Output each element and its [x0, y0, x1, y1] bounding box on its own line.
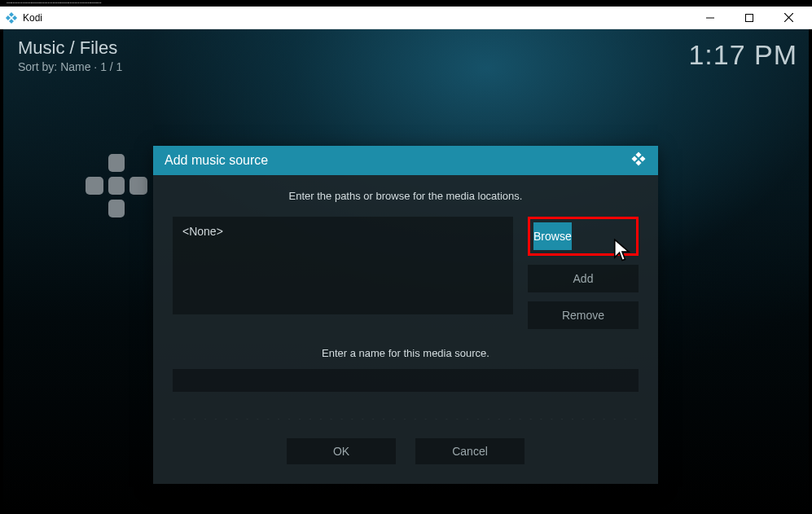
path-item[interactable]: <None>	[182, 225, 503, 238]
svg-rect-13	[635, 152, 641, 158]
svg-rect-8	[108, 154, 125, 172]
window-title: Kodi	[23, 12, 698, 24]
dialog-title: Add music source	[165, 153, 268, 168]
breadcrumb: Music / Files Sort by: Name · 1 / 1	[18, 37, 122, 73]
paths-list[interactable]: <None>	[173, 217, 513, 314]
close-button[interactable]	[776, 10, 801, 26]
add-source-plus-icon[interactable]	[82, 149, 151, 245]
titlebar-artifact: ········································…	[0, 0, 812, 7]
svg-rect-15	[632, 156, 638, 161]
cancel-button[interactable]: Cancel	[415, 438, 525, 464]
svg-rect-3	[9, 19, 14, 24]
svg-rect-16	[635, 160, 641, 165]
breadcrumb-path: Music / Files	[18, 37, 122, 59]
svg-rect-14	[639, 156, 645, 161]
kodi-app-area: Music / Files Sort by: Name · 1 / 1 1:17…	[0, 29, 812, 514]
svg-rect-2	[6, 15, 11, 20]
svg-rect-10	[108, 200, 125, 217]
source-name-input[interactable]	[173, 369, 639, 392]
svg-rect-9	[108, 177, 125, 195]
svg-rect-11	[86, 177, 103, 195]
window-titlebar: Kodi	[0, 7, 812, 29]
divider: - - - - - - - - - - - - - - - - - - - - …	[173, 415, 639, 422]
kodi-logo-icon	[5, 11, 18, 24]
minimize-button[interactable]	[698, 10, 722, 26]
browse-highlight-box: Browse	[528, 217, 639, 256]
svg-rect-5	[746, 14, 753, 21]
maximize-button[interactable]	[737, 10, 762, 26]
dialog-header: Add music source	[153, 146, 658, 175]
svg-rect-12	[129, 177, 147, 195]
clock: 1:17 PM	[688, 39, 797, 71]
svg-rect-1	[12, 15, 17, 20]
kodi-logo-icon	[630, 151, 647, 170]
browse-button[interactable]: Browse	[533, 222, 572, 250]
add-button[interactable]: Add	[528, 265, 639, 292]
sort-info: Sort by: Name · 1 / 1	[18, 60, 122, 73]
svg-rect-0	[9, 11, 14, 16]
ok-button[interactable]: OK	[287, 438, 396, 464]
name-instruction: Enter a name for this media source.	[173, 347, 639, 359]
paths-instruction: Enter the paths or browse for the media …	[173, 190, 639, 202]
add-music-source-dialog: Add music source Enter the paths or brow…	[153, 146, 658, 484]
remove-button[interactable]: Remove	[528, 301, 639, 329]
cursor-icon	[612, 239, 633, 263]
